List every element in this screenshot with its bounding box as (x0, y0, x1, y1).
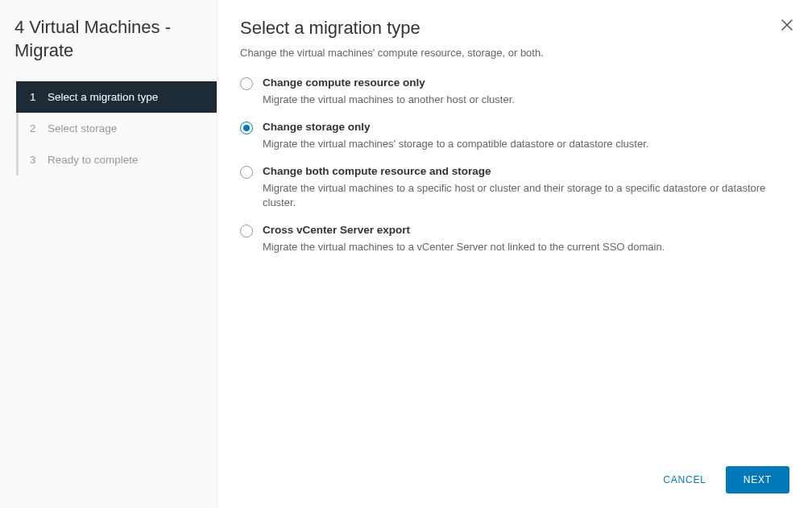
migration-options: Change compute resource only Migrate the… (240, 76, 789, 254)
wizard-steps: 1 Select a migration type 2 Select stora… (16, 81, 217, 176)
option-label: Change both compute resource and storage (263, 165, 789, 177)
option-storage-only[interactable]: Change storage only Migrate the virtual … (240, 121, 789, 151)
option-compute-only[interactable]: Change compute resource only Migrate the… (240, 76, 789, 106)
step-ready-to-complete[interactable]: 3 Ready to complete (16, 144, 217, 176)
option-desc: Migrate the virtual machines to a specif… (263, 182, 765, 209)
main-panel: Select a migration type Change the virtu… (218, 0, 812, 508)
wizard-sidebar: 4 Virtual Machines - Migrate 1 Select a … (0, 0, 218, 508)
option-desc: Migrate the virtual machines to another … (263, 93, 515, 105)
option-label: Change compute resource only (263, 76, 789, 89)
radio-icon[interactable] (240, 225, 253, 237)
option-label: Cross vCenter Server export (263, 224, 789, 236)
step-label: Ready to complete (48, 154, 139, 166)
step-label: Select a migration type (48, 91, 158, 103)
option-desc: Migrate the virtual machines to a vCente… (263, 241, 665, 253)
step-label: Select storage (48, 122, 117, 134)
radio-icon[interactable] (240, 166, 253, 179)
wizard-footer: CANCEL NEXT (240, 455, 789, 494)
option-label: Change storage only (263, 121, 789, 133)
radio-icon[interactable] (240, 122, 253, 134)
step-number: 2 (30, 122, 39, 134)
step-select-migration-type[interactable]: 1 Select a migration type (16, 81, 217, 113)
close-icon[interactable] (780, 18, 794, 35)
page-title: Select a migration type (240, 18, 789, 39)
step-number: 1 (30, 91, 39, 103)
radio-icon[interactable] (240, 77, 253, 90)
option-compute-and-storage[interactable]: Change both compute resource and storage… (240, 165, 789, 209)
option-desc: Migrate the virtual machines' storage to… (263, 138, 648, 150)
step-select-storage[interactable]: 2 Select storage (16, 113, 217, 144)
next-button[interactable]: NEXT (726, 466, 789, 494)
page-subtitle: Change the virtual machines' compute res… (240, 47, 789, 59)
wizard-title: 4 Virtual Machines - Migrate (0, 16, 217, 81)
cancel-button[interactable]: CANCEL (658, 468, 710, 492)
step-number: 3 (30, 154, 39, 166)
option-cross-vcenter-export[interactable]: Cross vCenter Server export Migrate the … (240, 224, 789, 254)
